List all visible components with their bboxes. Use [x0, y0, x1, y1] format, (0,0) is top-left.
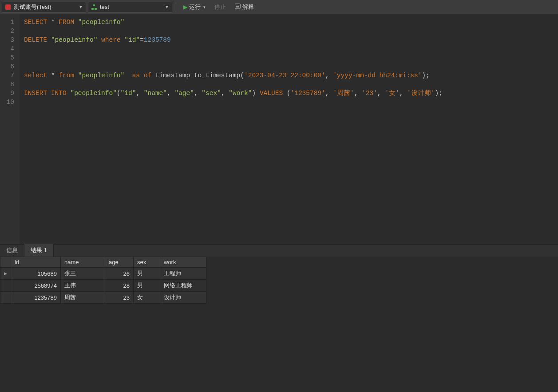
- connection-label: 测试账号(Test): [14, 3, 76, 11]
- result-tabs: 信息 结果 1: [0, 244, 558, 257]
- run-label: 运行: [189, 3, 201, 11]
- row-indicator: [0, 292, 11, 304]
- play-icon: ▶: [183, 4, 187, 10]
- cell-id[interactable]: 105689: [11, 268, 61, 280]
- code-line[interactable]: [24, 98, 443, 107]
- stop-label: 停止: [214, 3, 226, 11]
- line-number: 3: [0, 36, 14, 44]
- code-line[interactable]: [24, 27, 443, 36]
- database-icon: [5, 4, 11, 10]
- cell-age[interactable]: 26: [105, 268, 134, 280]
- cell-name[interactable]: 张三: [61, 268, 105, 280]
- row-indicator-header: [0, 257, 11, 268]
- code-line[interactable]: [24, 44, 443, 53]
- line-number: 4: [0, 44, 14, 53]
- sql-editor[interactable]: 12345678910 SELECT * FROM "peopleinfo"DE…: [0, 14, 558, 244]
- table-row[interactable]: ▶105689张三26男工程师: [0, 268, 206, 280]
- code-content[interactable]: SELECT * FROM "peopleinfo"DELETE "people…: [20, 14, 447, 244]
- separator: [176, 3, 176, 12]
- line-number-gutter: 12345678910: [0, 14, 20, 244]
- connection-dropdown[interactable]: 测试账号(Test) ▼: [2, 2, 86, 12]
- code-line[interactable]: [24, 53, 443, 62]
- table-row[interactable]: 2568974王伟28男网络工程师: [0, 280, 206, 292]
- cell-age[interactable]: 28: [105, 280, 134, 292]
- table-row[interactable]: 1235789周茜23女设计师: [0, 292, 206, 304]
- dropdown-arrow-icon: ▾: [203, 5, 206, 9]
- cell-name[interactable]: 周茜: [61, 292, 105, 304]
- col-header-work[interactable]: work: [160, 257, 206, 268]
- cell-sex[interactable]: 男: [134, 280, 160, 292]
- results-table[interactable]: id name age sex work ▶105689张三26男工程师2568…: [0, 257, 206, 304]
- line-number: 9: [0, 89, 14, 98]
- cell-work[interactable]: 工程师: [160, 268, 206, 280]
- tab-info[interactable]: 信息: [0, 244, 24, 257]
- row-indicator: ▶: [0, 268, 11, 280]
- results-panel: id name age sex work ▶105689张三26男工程师2568…: [0, 257, 558, 304]
- col-header-age[interactable]: age: [105, 257, 134, 268]
- explain-button[interactable]: 解释: [231, 2, 257, 12]
- schema-icon: [91, 4, 97, 10]
- run-button[interactable]: ▶ 运行 ▾: [180, 2, 209, 12]
- row-indicator: [0, 280, 11, 292]
- line-number: 10: [0, 98, 14, 107]
- line-number: 2: [0, 27, 14, 36]
- cell-sex[interactable]: 男: [134, 268, 160, 280]
- cell-work[interactable]: 网络工程师: [160, 280, 206, 292]
- cell-id[interactable]: 1235789: [11, 292, 61, 304]
- line-number: 1: [0, 18, 14, 27]
- schema-dropdown[interactable]: test ▼: [88, 2, 172, 12]
- cell-work[interactable]: 设计师: [160, 292, 206, 304]
- stop-button: 停止: [211, 2, 230, 12]
- explain-label: 解释: [242, 3, 254, 11]
- chevron-down-icon: ▼: [165, 4, 169, 9]
- code-line[interactable]: [24, 80, 443, 89]
- tab-result-1[interactable]: 结果 1: [24, 244, 54, 257]
- col-header-id[interactable]: id: [11, 257, 61, 268]
- line-number: 7: [0, 71, 14, 80]
- code-line[interactable]: DELETE "peopleinfo" where "id"=1235789: [24, 36, 443, 44]
- cell-age[interactable]: 23: [105, 292, 134, 304]
- code-line[interactable]: select * from "peopleinfo" as of timesta…: [24, 71, 443, 80]
- code-line[interactable]: INSERT INTO "peopleinfo"("id", "name", "…: [24, 89, 443, 98]
- cell-name[interactable]: 王伟: [61, 280, 105, 292]
- code-line[interactable]: [24, 62, 443, 71]
- line-number: 8: [0, 80, 14, 89]
- chevron-down-icon: ▼: [79, 4, 83, 9]
- code-line[interactable]: SELECT * FROM "peopleinfo": [24, 18, 443, 27]
- cell-id[interactable]: 2568974: [11, 280, 61, 292]
- line-number: 5: [0, 53, 14, 62]
- cell-sex[interactable]: 女: [134, 292, 160, 304]
- explain-icon: [235, 4, 241, 10]
- col-header-sex[interactable]: sex: [134, 257, 160, 268]
- toolbar: 测试账号(Test) ▼ test ▼ ▶ 运行 ▾ 停止 解释: [0, 0, 558, 14]
- line-number: 6: [0, 62, 14, 71]
- col-header-name[interactable]: name: [61, 257, 105, 268]
- schema-label: test: [100, 4, 162, 10]
